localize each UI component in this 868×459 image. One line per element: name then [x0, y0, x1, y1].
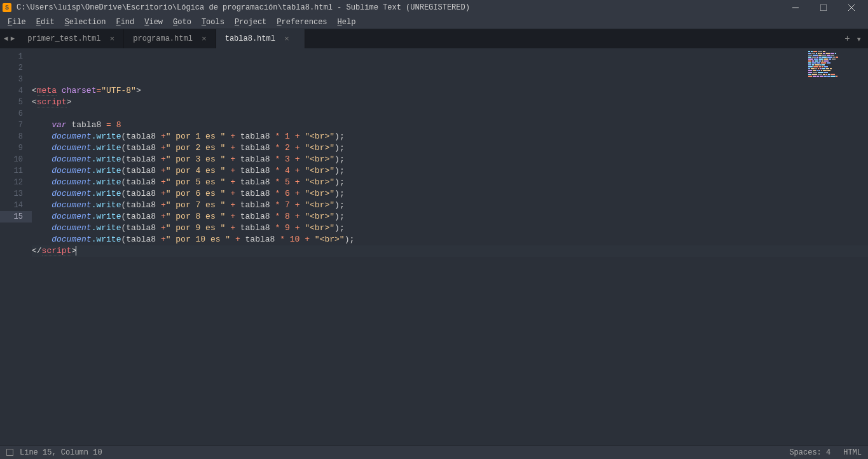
menu-selection[interactable]: Selection — [60, 18, 111, 27]
close-icon[interactable]: × — [284, 34, 289, 44]
close-icon[interactable]: × — [109, 34, 114, 44]
line-number[interactable]: 8 — [0, 131, 32, 142]
code-area[interactable]: <meta charset="UTF-8"><script> var tabla… — [32, 48, 868, 445]
editor[interactable]: 123456789101112131415 <meta charset="UTF… — [0, 48, 868, 445]
minimap[interactable] — [808, 51, 859, 66]
code-line[interactable]: document.write(tabla8 +" por 8 es " + ta… — [32, 211, 868, 223]
code-line[interactable]: <script> — [32, 97, 868, 108]
cursor-position[interactable]: Line 15, Column 10 — [20, 448, 102, 457]
menu-preferences[interactable]: Preferences — [272, 18, 332, 27]
tab-label: programa.html — [133, 34, 193, 43]
tab-overflow-icon[interactable]: ▾ — [857, 34, 862, 45]
code-line[interactable]: document.write(tabla8 +" por 6 es " + ta… — [32, 188, 868, 200]
svg-rect-1 — [820, 4, 827, 11]
menu-help[interactable]: Help — [333, 18, 361, 27]
text-cursor — [76, 246, 76, 256]
line-number[interactable]: 3 — [0, 74, 32, 85]
tab-primer_test-html[interactable]: primer_test.html× — [18, 29, 124, 48]
minimize-button[interactable] — [782, 0, 809, 15]
line-number[interactable]: 7 — [0, 120, 32, 131]
line-number[interactable]: 10 — [0, 154, 32, 165]
menu-view[interactable]: View — [139, 18, 168, 27]
tab-label: primer_test.html — [27, 34, 100, 43]
new-tab-icon[interactable]: + — [844, 34, 850, 44]
code-line[interactable]: document.write(tabla8 +" por 2 es " + ta… — [32, 142, 868, 154]
line-number[interactable]: 12 — [0, 177, 32, 188]
window-controls — [782, 0, 865, 15]
window-title: C:\Users\luisp\OneDrive\Escritorio\Lógic… — [17, 3, 782, 12]
menu-find[interactable]: Find — [111, 18, 139, 27]
menu-tools[interactable]: Tools — [196, 18, 230, 27]
code-line[interactable] — [32, 108, 868, 120]
tab-label: tabla8.html — [225, 34, 275, 43]
code-line[interactable]: document.write(tabla8 +" por 3 es " + ta… — [32, 154, 868, 165]
line-number[interactable]: 5 — [0, 97, 32, 108]
line-number[interactable]: 11 — [0, 165, 32, 177]
titlebar: S C:\Users\luisp\OneDrive\Escritorio\Lóg… — [0, 0, 868, 15]
nav-back-icon[interactable]: ◄ — [4, 35, 8, 43]
gutter[interactable]: 123456789101112131415 — [0, 48, 32, 445]
code-line[interactable]: document.write(tabla8 +" por 9 es " + ta… — [32, 223, 868, 234]
app-icon: S — [3, 3, 11, 12]
menubar: FileEditSelectionFindViewGotoToolsProjec… — [0, 15, 868, 29]
statusbar: Line 15, Column 10 Spaces: 4 HTML — [0, 445, 868, 459]
line-number[interactable]: 4 — [0, 85, 32, 97]
code-line[interactable]: document.write(tabla8 +" por 10 es " + t… — [32, 234, 868, 245]
line-number[interactable]: 6 — [0, 108, 32, 120]
tab-nav-arrows: ◄ ► — [0, 29, 18, 48]
code-line[interactable]: document.write(tabla8 +" por 7 es " + ta… — [32, 200, 868, 211]
line-number[interactable]: 14 — [0, 200, 32, 211]
syntax-setting[interactable]: HTML — [843, 448, 862, 457]
close-icon[interactable]: × — [202, 34, 207, 44]
line-number[interactable]: 15 — [0, 211, 32, 223]
line-number[interactable]: 9 — [0, 142, 32, 154]
code-line[interactable]: document.write(tabla8 +" por 5 es " + ta… — [32, 177, 868, 188]
menu-project[interactable]: Project — [230, 18, 272, 27]
code-line[interactable]: <meta charset="UTF-8"> — [32, 85, 868, 97]
tabbar: ◄ ► primer_test.html×programa.html×tabla… — [0, 29, 868, 48]
menu-goto[interactable]: Goto — [168, 18, 196, 27]
line-number[interactable]: 1 — [0, 51, 32, 62]
code-line[interactable]: document.write(tabla8 +" por 1 es " + ta… — [32, 131, 868, 142]
tab-tabla8-html[interactable]: tabla8.html× — [216, 29, 305, 48]
tab-programa-html[interactable]: programa.html× — [124, 29, 216, 48]
code-line[interactable]: document.write(tabla8 +" por 4 es " + ta… — [32, 165, 868, 177]
panel-icon[interactable] — [6, 449, 13, 456]
code-line[interactable]: </script> — [32, 245, 868, 257]
code-line[interactable]: var tabla8 = 8 — [32, 120, 868, 131]
line-number[interactable]: 13 — [0, 188, 32, 200]
line-number[interactable]: 2 — [0, 62, 32, 74]
indentation-setting[interactable]: Spaces: 4 — [789, 448, 830, 457]
close-button[interactable] — [837, 0, 865, 15]
nav-forward-icon[interactable]: ► — [11, 35, 15, 43]
maximize-button[interactable] — [809, 0, 837, 15]
menu-edit[interactable]: Edit — [31, 18, 60, 27]
menu-file[interactable]: File — [3, 18, 31, 27]
